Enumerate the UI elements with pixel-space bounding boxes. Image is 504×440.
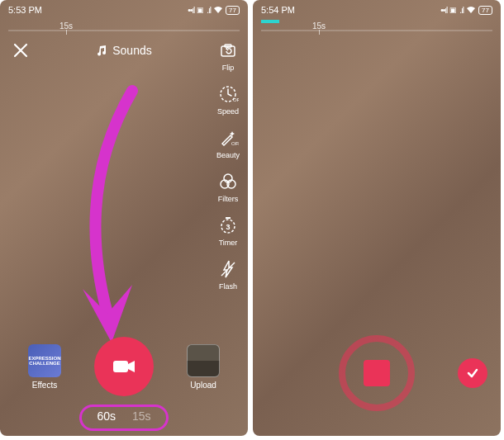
- status-time: 5:53 PM: [8, 5, 42, 15]
- recording-timeline: 15s: [261, 21, 492, 36]
- flip-tool[interactable]: Flip: [217, 40, 239, 72]
- check-icon: [466, 367, 479, 380]
- volte-icon: ▣: [449, 6, 457, 14]
- battery-icon: 77: [478, 6, 492, 15]
- duration-picker[interactable]: 60s 15s: [0, 405, 248, 428]
- signal-icon: ••ıl: [188, 6, 194, 15]
- recording-progress: [261, 20, 279, 23]
- timer-tool[interactable]: 3 Timer: [217, 215, 239, 247]
- svg-rect-9: [226, 217, 231, 219]
- wifi-icon: [213, 6, 223, 14]
- svg-rect-12: [113, 361, 128, 372]
- status-indicators: ••ıl ▣ .ıl 77: [440, 6, 492, 15]
- volte-icon: ▣: [197, 6, 204, 14]
- filters-tool[interactable]: Filters: [217, 171, 239, 203]
- svg-text:OFF: OFF: [231, 141, 239, 146]
- beauty-tool[interactable]: OFF Beauty: [216, 127, 240, 159]
- camera-icon: [112, 358, 136, 375]
- wifi-icon: [466, 6, 476, 14]
- stop-icon: [364, 360, 390, 386]
- battery-icon: 77: [226, 6, 240, 15]
- sounds-button[interactable]: Sounds: [96, 44, 151, 57]
- close-button[interactable]: [13, 43, 28, 58]
- status-time: 5:54 PM: [261, 5, 295, 15]
- timeline-label: 15s: [312, 21, 326, 31]
- upload-thumbnail: [187, 344, 220, 377]
- camera-screen-idle: 5:53 PM ••ıl ▣ .ıl 77 15s Sounds: [0, 0, 248, 436]
- flash-icon: [217, 258, 239, 280]
- duration-15s[interactable]: 15s: [132, 409, 151, 423]
- status-indicators: ••ıl ▣ .ıl 77: [188, 6, 240, 15]
- signal-icon: ••ıl: [440, 6, 447, 15]
- recording-timeline: 15s: [8, 21, 240, 36]
- effects-button[interactable]: EXPRESSIONCHALLENGE Effects: [28, 344, 61, 390]
- record-button[interactable]: [94, 337, 154, 396]
- svg-text:3: 3: [226, 223, 230, 231]
- camera-tools-sidebar: Flip OFF Speed OFF Beauty Filters 3 Time…: [216, 40, 240, 291]
- flip-icon: [217, 40, 239, 61]
- status-bar: 5:53 PM ••ıl ▣ .ıl 77: [0, 0, 248, 20]
- annotation-arrow: [50, 83, 174, 355]
- sounds-label: Sounds: [112, 44, 151, 57]
- timeline-label: 15s: [59, 21, 73, 31]
- timer-icon: 3: [217, 215, 239, 236]
- beauty-icon: OFF: [217, 127, 239, 149]
- signal2-icon: .ıl: [207, 6, 211, 15]
- music-icon: [96, 45, 107, 56]
- speed-icon: OFF: [217, 83, 239, 105]
- filters-icon: [217, 171, 239, 192]
- upload-button[interactable]: Upload: [187, 344, 220, 390]
- svg-text:OFF: OFF: [233, 97, 239, 102]
- duration-60s[interactable]: 60s: [97, 409, 116, 423]
- stop-record-button[interactable]: [339, 335, 415, 411]
- confirm-button[interactable]: [458, 358, 487, 388]
- flash-tool[interactable]: Flash: [217, 258, 239, 291]
- signal2-icon: .ıl: [459, 6, 464, 15]
- speed-tool[interactable]: OFF Speed: [217, 83, 239, 116]
- status-bar: 5:54 PM ••ıl ▣ .ıl 77: [253, 0, 501, 20]
- camera-screen-recording: 5:54 PM ••ıl ▣ .ıl 77 15s: [253, 0, 501, 436]
- effects-thumbnail: EXPRESSIONCHALLENGE: [28, 344, 61, 377]
